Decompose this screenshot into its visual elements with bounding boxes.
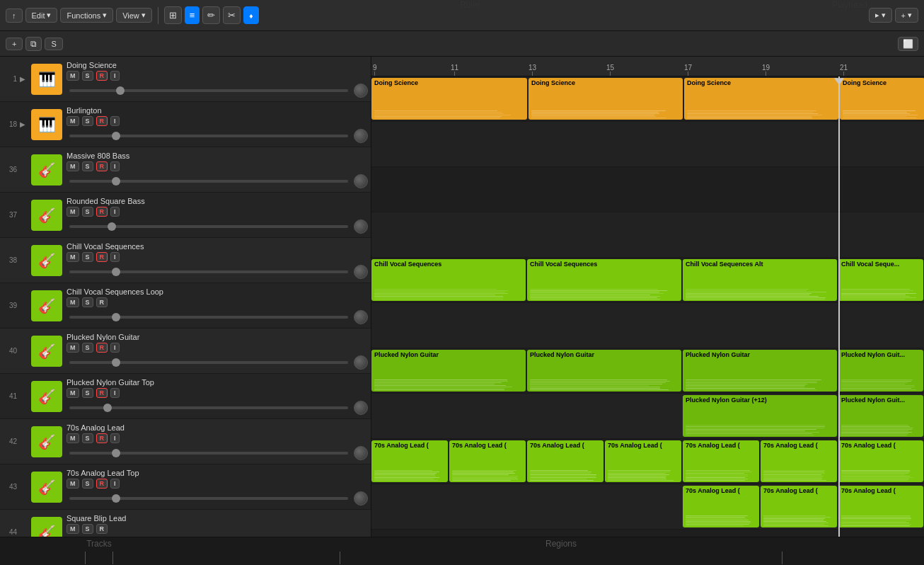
track-volume-knob[interactable] [354, 537, 368, 537]
track-volume-knob[interactable] [354, 355, 368, 370]
track-volume-knob[interactable] [354, 129, 368, 143]
edit-menu-button[interactable]: Edit ▾ [25, 8, 58, 23]
region[interactable]: 70s Analog Lead ( [683, 440, 759, 482]
record-button[interactable]: R [96, 433, 108, 443]
track-fader[interactable] [69, 316, 348, 319]
track-fader[interactable] [69, 180, 348, 183]
solo-button[interactable]: S [82, 388, 93, 398]
track-volume-knob[interactable] [354, 174, 368, 188]
region[interactable]: 70s Analog Lead ( [605, 440, 681, 482]
region[interactable]: Doing Science [529, 78, 683, 120]
solo-button[interactable]: S [82, 343, 93, 353]
mute-button[interactable]: M [67, 297, 79, 307]
track-icon[interactable]: 🎸 [31, 336, 62, 367]
track-icon[interactable]: 🎸 [31, 381, 62, 412]
track-volume-knob[interactable] [354, 84, 368, 98]
input-button[interactable]: I [110, 161, 120, 171]
scissors-tool-button[interactable]: ✂ [223, 6, 241, 24]
record-button[interactable]: R [96, 479, 108, 489]
mute-button[interactable]: M [67, 252, 79, 262]
track-volume-knob[interactable] [354, 491, 368, 506]
track-icon[interactable]: 🎸 [31, 290, 62, 321]
input-button[interactable]: I [110, 479, 120, 489]
pointer-tool-button[interactable]: ▸ ▾ [869, 8, 892, 23]
region[interactable]: Doing Science [371, 78, 527, 120]
mute-button[interactable]: M [67, 343, 79, 353]
smart-button[interactable]: S [45, 38, 62, 50]
record-button[interactable]: R [96, 388, 108, 398]
mute-button[interactable]: M [67, 479, 79, 489]
back-button[interactable]: ↑ [6, 8, 23, 23]
solo-button[interactable]: S [82, 297, 93, 307]
region[interactable]: Chill Vocal Sequences [527, 259, 681, 301]
input-button[interactable]: I [110, 116, 120, 126]
track-fader[interactable] [69, 89, 348, 92]
track-icon[interactable]: 🎹 [31, 109, 62, 140]
solo-button[interactable]: S [82, 207, 93, 217]
track-volume-knob[interactable] [354, 219, 368, 234]
region[interactable]: Plucked Nylon Guitar [683, 350, 837, 392]
track-fader[interactable] [69, 135, 348, 137]
input-button[interactable]: I [110, 388, 120, 398]
mute-button[interactable]: M [67, 207, 79, 217]
track-fader[interactable] [69, 270, 348, 273]
region[interactable]: 70s Analog Lead ( [838, 486, 923, 527]
track-icon[interactable]: 🎸 [31, 517, 62, 537]
track-expand-button[interactable]: ▶ [20, 75, 31, 83]
region[interactable]: Plucked Nylon Guitar [527, 350, 681, 392]
region[interactable]: Doing Science [840, 78, 924, 120]
mute-button[interactable]: M [67, 116, 79, 126]
region[interactable]: Chill Vocal Seque... [838, 259, 923, 301]
track-fader[interactable] [69, 452, 348, 455]
record-button[interactable]: R [96, 116, 108, 126]
add-tool-button[interactable]: + ▾ [895, 8, 918, 23]
duplicate-button[interactable]: ⧉ [25, 37, 42, 51]
input-button[interactable]: I [110, 71, 120, 81]
solo-button[interactable]: S [82, 433, 93, 443]
solo-button[interactable]: S [82, 116, 93, 126]
record-button[interactable]: R [96, 161, 108, 171]
region[interactable]: Chill Vocal Sequences [371, 259, 526, 301]
list-view-button[interactable]: ≡ [185, 6, 200, 24]
track-icon[interactable]: 🎸 [31, 245, 62, 276]
region[interactable]: Chill Vocal Sequences Alt [683, 259, 837, 301]
region[interactable]: 70s Analog Lead ( [761, 440, 837, 482]
mute-button[interactable]: M [67, 161, 79, 171]
record-button[interactable]: R [96, 207, 108, 217]
track-icon[interactable]: 🎹 [31, 64, 62, 95]
region[interactable]: 70s Analog Lead ( [761, 486, 837, 527]
region[interactable]: 70s Analog Lead ( [371, 440, 448, 482]
region[interactable]: 70s Analog Lead ( [683, 486, 759, 527]
track-fader[interactable] [69, 406, 348, 409]
region[interactable]: Plucked Nylon Guitar [371, 350, 526, 392]
view-menu-button[interactable]: View ▾ [116, 8, 152, 23]
record-button[interactable]: R [96, 343, 108, 353]
solo-button[interactable]: S [82, 161, 93, 171]
solo-button[interactable]: S [82, 252, 93, 262]
record-button[interactable]: R [96, 297, 108, 307]
mute-button[interactable]: M [67, 433, 79, 443]
region[interactable]: 70s Analog Lead ( [838, 440, 923, 482]
solo-button[interactable]: S [82, 71, 93, 81]
track-volume-knob[interactable] [354, 265, 368, 279]
region[interactable]: Plucked Nylon Guit... [838, 350, 923, 392]
input-button[interactable]: I [110, 252, 120, 262]
region[interactable]: Plucked Nylon Guitar (+12) [683, 395, 837, 437]
track-fader[interactable] [69, 225, 348, 228]
mute-button[interactable]: M [67, 388, 79, 398]
track-fader[interactable] [69, 497, 348, 500]
solo-button[interactable]: S [82, 524, 93, 534]
region[interactable]: Doing Science [684, 78, 838, 120]
record-button[interactable]: R [96, 71, 108, 81]
input-button[interactable]: I [110, 207, 120, 217]
track-volume-knob[interactable] [354, 310, 368, 324]
mute-button[interactable]: M [67, 524, 79, 534]
solo-button[interactable]: S [82, 479, 93, 489]
track-icon[interactable]: 🎸 [31, 426, 62, 457]
region[interactable]: Plucked Nylon Guit... [838, 395, 923, 437]
track-volume-knob[interactable] [354, 446, 368, 460]
track-expand-button[interactable]: ▶ [20, 120, 31, 128]
record-button[interactable]: R [96, 524, 108, 534]
mute-button[interactable]: M [67, 71, 79, 81]
region[interactable]: 70s Analog Lead ( [527, 440, 604, 482]
